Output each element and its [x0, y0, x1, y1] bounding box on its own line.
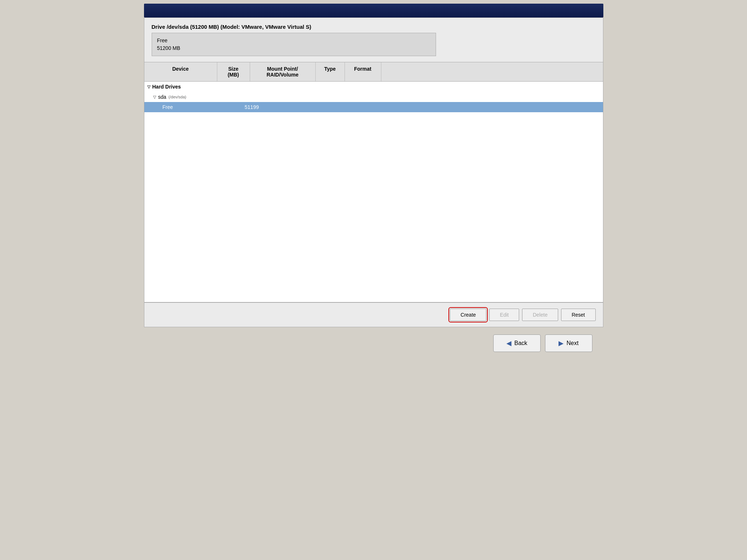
drive-title: Drive /dev/sda (51200 MB) (Model: VMware…: [152, 24, 596, 30]
nav-row: ◀ Back ▶ Next: [144, 327, 603, 359]
action-buttons: Create Edit Delete Reset: [144, 302, 603, 327]
cell-size-free: 51199: [236, 104, 268, 110]
cell-device-free: Free: [163, 104, 236, 110]
empty-area: [144, 112, 603, 287]
next-arrow-icon: ▶: [559, 339, 564, 347]
sda-dev-label: (/dev/sda): [168, 95, 186, 99]
partition-table: Device Size(MB) Mount Point/RAID/Volume …: [144, 62, 603, 302]
header-bar: [144, 4, 603, 17]
group-sda: ▽ sda (/dev/sda): [144, 92, 603, 102]
back-button[interactable]: ◀ Back: [493, 334, 541, 352]
partition-row-free[interactable]: Free 51199: [144, 102, 603, 112]
table-body: ▽ Hard Drives ▽ sda (/dev/sda) Free 5119…: [144, 82, 603, 112]
col-size: Size(MB): [217, 62, 250, 81]
expand-icon-hard-drives: ▽: [147, 85, 150, 89]
drive-box: Free 51200 MB: [152, 33, 436, 56]
reset-button[interactable]: Reset: [561, 309, 596, 321]
expand-icon-sda: ▽: [153, 95, 156, 99]
table-header: Device Size(MB) Mount Point/RAID/Volume …: [144, 62, 603, 82]
edit-button[interactable]: Edit: [489, 309, 519, 321]
main-panel: Drive /dev/sda (51200 MB) (Model: VMware…: [144, 17, 603, 327]
drive-info-section: Drive /dev/sda (51200 MB) (Model: VMware…: [144, 18, 603, 62]
delete-button[interactable]: Delete: [522, 309, 558, 321]
col-device: Device: [144, 62, 217, 81]
sda-label: sda: [158, 94, 167, 100]
back-arrow-icon: ◀: [506, 339, 511, 347]
next-button[interactable]: ▶ Next: [545, 334, 592, 352]
col-type: Type: [316, 62, 345, 81]
drive-size-label: 51200 MB: [157, 44, 431, 52]
col-extra: [381, 62, 603, 81]
col-format: Format: [345, 62, 381, 81]
group-hard-drives: ▽ Hard Drives: [144, 82, 603, 92]
next-label: Next: [567, 340, 579, 346]
col-mount: Mount Point/RAID/Volume: [250, 62, 316, 81]
back-label: Back: [514, 340, 528, 346]
drive-free-label: Free: [157, 37, 431, 44]
create-button[interactable]: Create: [450, 309, 486, 321]
free-label: Free: [163, 104, 173, 110]
group-label-hard-drives: Hard Drives: [152, 84, 181, 90]
